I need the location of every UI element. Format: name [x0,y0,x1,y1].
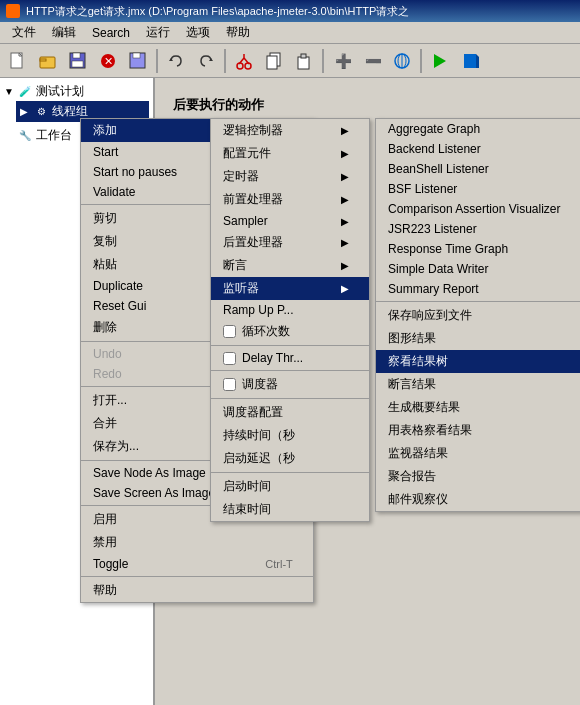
toolbar-open[interactable] [34,47,62,75]
listener-view-results-tree[interactable]: 察看结果树 [376,350,580,373]
sub-start-delay[interactable]: 启动延迟（秒 [211,447,369,470]
listener-mail-viewer[interactable]: 邮件观察仪 [376,488,580,511]
toolbar-undo[interactable] [162,47,190,75]
listener-bsf[interactable]: BSF Listener [376,179,580,199]
sub-scheduler[interactable]: 调度器 [211,373,369,396]
ctx-toggle[interactable]: Toggle Ctrl-T [81,554,313,574]
tree-arrow-plan: ▼ [4,86,14,97]
listener-jsr223[interactable]: JSR223 Listener [376,219,580,239]
sub-sep2 [211,370,369,371]
sub-assertion[interactable]: 断言 ▶ [211,254,369,277]
sub-ramp[interactable]: Ramp Up P... [211,300,369,320]
svg-text:✕: ✕ [104,55,113,67]
listener-monitor-results[interactable]: 监视器结果 [376,442,580,465]
menu-options[interactable]: 选项 [178,22,218,43]
svg-marker-30 [476,54,479,68]
sub-config-elem-label: 配置元件 [223,145,271,162]
ctx-undo-label: Undo [93,347,122,361]
ctx-disable[interactable]: 禁用 [81,531,313,554]
ctx-start-no-pauses-label: Start no pauses [93,165,177,179]
toolbar-new[interactable] [4,47,32,75]
ctx-add-label: 添加 [93,122,117,139]
sub-post-processor[interactable]: 后置处理器 ▶ [211,231,369,254]
plan-icon: 🧪 [17,84,33,100]
listener-comparison[interactable]: Comparison Assertion Visualizer [376,199,580,219]
menu-run[interactable]: 运行 [138,22,178,43]
submenu-add: 逻辑控制器 ▶ 配置元件 ▶ 定时器 ▶ 前置处理器 ▶ Sampler ▶ 后… [210,118,370,522]
listener-summary-report-label: Summary Report [388,282,479,296]
toolbar-redo[interactable] [192,47,220,75]
listener-graph-results[interactable]: 图形结果 [376,327,580,350]
sub-loop-count[interactable]: 循环次数 [211,320,369,343]
listener-table-results-label: 用表格察看结果 [388,422,472,439]
sub-listener[interactable]: 监听器 ▶ [211,277,369,300]
ctx-disable-label: 禁用 [93,534,117,551]
toolbar-remote[interactable] [388,47,416,75]
tree-work-label: 工作台 [36,127,72,144]
toolbar-copy[interactable] [260,47,288,75]
ctx-save-screen-image-label: Save Screen As Image [93,486,215,500]
panel-title: 后要执行的动作 [173,96,562,114]
menu-edit[interactable]: 编辑 [44,22,84,43]
sub-post-processor-arrow: ▶ [341,237,349,248]
listener-simple-data-writer[interactable]: Simple Data Writer [376,259,580,279]
listener-aggregate-report[interactable]: 聚合报告 [376,465,580,488]
app-icon [6,4,20,18]
sub-loop-count-checkbox[interactable] [223,325,236,338]
main-area: ▼ 🧪 测试计划 ▶ ⚙ 线程组 🔧 工作台 后要执行的动作 继续 [0,78,580,705]
listener-save-response[interactable]: 保存响应到文件 [376,304,580,327]
sub-start-time[interactable]: 启动时间 [211,475,369,498]
sub-pre-processor[interactable]: 前置处理器 ▶ [211,188,369,211]
listener-aggregate-graph[interactable]: Aggregate Graph [376,119,580,139]
menu-help[interactable]: 帮助 [218,22,258,43]
svg-marker-29 [464,54,476,68]
ctx-reset-gui-label: Reset Gui [93,299,146,313]
toolbar-paste[interactable] [290,47,318,75]
sub-pre-processor-label: 前置处理器 [223,191,283,208]
sub-scheduler-label: 调度器 [242,376,278,393]
ctx-help[interactable]: 帮助 [81,579,313,602]
menu-search[interactable]: Search [84,24,138,42]
sub-config-elem[interactable]: 配置元件 ▶ [211,142,369,165]
listener-generate-summary[interactable]: 生成概要结果 [376,396,580,419]
listener-table-results[interactable]: 用表格察看结果 [376,419,580,442]
listener-summary-report[interactable]: Summary Report [376,279,580,299]
sub-timer-label: 定时器 [223,168,259,185]
sub-sampler[interactable]: Sampler ▶ [211,211,369,231]
sub-end-time-label: 结束时间 [223,501,271,518]
toolbar-start[interactable] [426,47,454,75]
toolbar-close[interactable]: ✕ [94,47,122,75]
toolbar-expand[interactable]: ➕ [328,47,356,75]
toolbar-stop[interactable] [456,47,484,75]
toolbar-cut[interactable] [230,47,258,75]
sub-logic-ctrl[interactable]: 逻辑控制器 ▶ [211,119,369,142]
sub-pre-processor-arrow: ▶ [341,194,349,205]
sub-scheduler-config[interactable]: 调度器配置 [211,401,369,424]
sub-post-processor-label: 后置处理器 [223,234,283,251]
tree-item-plan[interactable]: ▼ 🧪 测试计划 [4,82,149,101]
listener-beanshell-label: BeanShell Listener [388,162,489,176]
toolbar-collapse[interactable]: ➖ [358,47,386,75]
svg-rect-0 [11,53,22,68]
listener-backend[interactable]: Backend Listener [376,139,580,159]
listener-response-time-graph[interactable]: Response Time Graph [376,239,580,259]
menu-file[interactable]: 文件 [4,22,44,43]
sub-end-time[interactable]: 结束时间 [211,498,369,521]
sub-delay-thr-checkbox[interactable] [223,352,236,365]
toolbar-save2[interactable] [124,47,152,75]
listener-assertion-results[interactable]: 断言结果 [376,373,580,396]
toolbar-save[interactable] [64,47,92,75]
sub-scheduler-checkbox[interactable] [223,378,236,391]
ctx-copy-label: 复制 [93,233,117,250]
sub-sep4 [211,472,369,473]
sub-delay-thr[interactable]: Delay Thr... [211,348,369,368]
sub-sampler-arrow: ▶ [341,216,349,227]
ctx-toggle-shortcut: Ctrl-T [265,558,293,570]
sub-duration[interactable]: 持续时间（秒 [211,424,369,447]
sub-logic-ctrl-arrow: ▶ [341,125,349,136]
listener-beanshell[interactable]: BeanShell Listener [376,159,580,179]
sub-sep3 [211,398,369,399]
sub-timer[interactable]: 定时器 ▶ [211,165,369,188]
sub-start-time-label: 启动时间 [223,478,271,495]
ctx-validate-label: Validate [93,185,135,199]
